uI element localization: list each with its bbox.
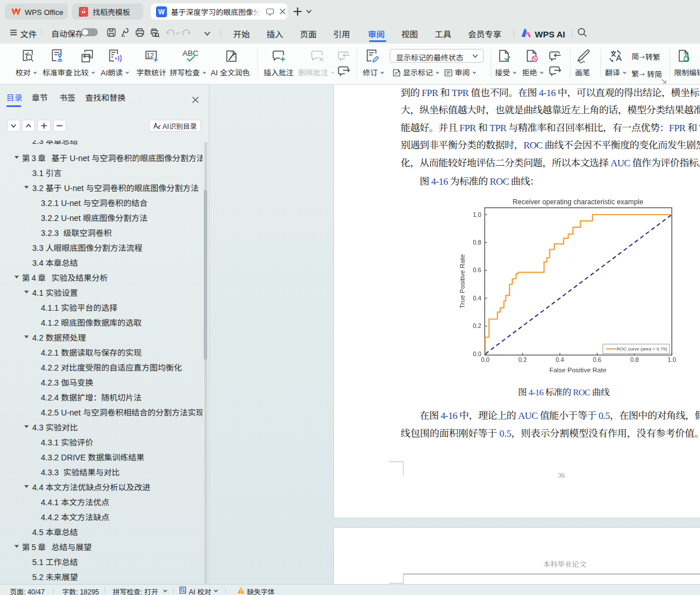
svg-text:0.2: 0.2 bbox=[518, 356, 527, 363]
svg-text:0.6: 0.6 bbox=[473, 266, 481, 273]
svg-text:0.6: 0.6 bbox=[593, 356, 602, 363]
svg-text:0.2: 0.2 bbox=[473, 322, 481, 329]
svg-text:W: W bbox=[158, 8, 165, 16]
svg-text:0.4: 0.4 bbox=[473, 295, 481, 302]
svg-text:ABC: ABC bbox=[182, 49, 199, 58]
svg-text:0.0: 0.0 bbox=[481, 356, 490, 363]
svg-text:True Positive Rate: True Positive Rate bbox=[459, 254, 466, 308]
svg-text:1.0: 1.0 bbox=[668, 356, 676, 363]
svg-text:0.8: 0.8 bbox=[473, 239, 481, 246]
svg-text:Receiver operating characteris: Receiver operating characteristic exampl… bbox=[513, 198, 644, 206]
svg-text:0.8: 0.8 bbox=[630, 356, 639, 363]
svg-text:False Positive Rate: False Positive Rate bbox=[549, 367, 606, 373]
svg-text:0.0: 0.0 bbox=[473, 350, 481, 357]
svg-text:12: 12 bbox=[147, 52, 154, 59]
svg-text:ROC curve (area = 0.79): ROC curve (area = 0.79) bbox=[617, 346, 667, 352]
svg-text:1.0: 1.0 bbox=[473, 211, 481, 218]
svg-text:0.4: 0.4 bbox=[556, 356, 564, 363]
